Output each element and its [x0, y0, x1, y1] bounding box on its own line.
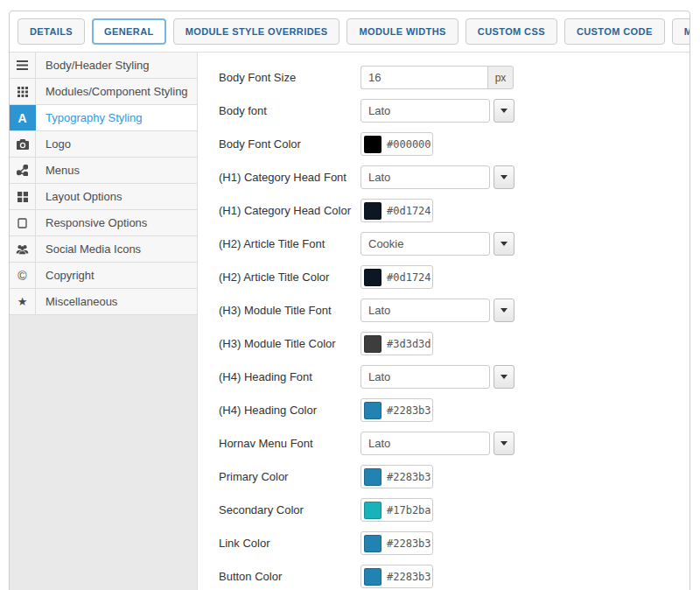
font-select[interactable]: Lato [360, 165, 490, 189]
color-picker-field[interactable]: #3d3d3d [360, 332, 433, 355]
chevron-down-icon [500, 242, 508, 246]
letter-a-icon: A [10, 105, 36, 130]
tab-label: MODULE WIDTHS [359, 26, 445, 37]
color-picker-field[interactable]: #2283b3 [360, 531, 433, 555]
color-swatch [364, 269, 382, 286]
sidebar-item-copyright[interactable]: © Copyright [10, 263, 197, 289]
color-swatch [364, 502, 382, 519]
color-picker-field[interactable]: #2283b3 [360, 465, 433, 488]
select-group: Lato [360, 365, 514, 389]
sidebar-item-logo[interactable]: Logo [10, 131, 197, 158]
text-input[interactable] [360, 66, 487, 89]
sidebar-item-label: Responsive Options [36, 210, 147, 235]
general-tab-content: Body/Header Styling Modules/Component St… [10, 52, 690, 590]
color-swatch [364, 136, 382, 153]
form-label: Body Font Color [219, 137, 360, 151]
sidebar-item-label: Logo [36, 131, 71, 157]
hex-value: #000000 [387, 138, 431, 151]
tab-menu-assignment[interactable]: MENU ASSIGNMENT [672, 18, 690, 45]
color-picker-field[interactable]: #0d1724 [360, 265, 433, 289]
settings-sidebar: Body/Header Styling Modules/Component St… [10, 53, 198, 590]
select-group: Lato [360, 165, 514, 189]
form-label: Primary Color [219, 470, 360, 483]
font-select[interactable]: Cookie [360, 232, 490, 256]
select-group: Cookie [360, 232, 514, 256]
sidebar-item-responsive-options[interactable]: Responsive Options [10, 210, 197, 236]
tab-general[interactable]: GENERAL [92, 18, 166, 45]
tab-custom-code[interactable]: CUSTOM CODE [564, 18, 665, 45]
form-label: (H4) Heading Font [219, 370, 360, 383]
th-large-icon [10, 184, 36, 209]
tab-module-style-overrides[interactable]: MODULE STYLE OVERRIDES [173, 18, 340, 45]
sidebar-item-typography-styling[interactable]: A Typography Styling [10, 105, 197, 131]
sidebar-item-social-media-icons[interactable]: Social Media Icons [10, 236, 197, 263]
color-picker-field[interactable]: #2283b3 [360, 565, 433, 588]
sidebar-item-label: Layout Options [36, 184, 122, 209]
form-label: (H1) Category Head Font [219, 171, 360, 184]
form-row-h4-heading-color: (H4) Heading Color #2283b3 [219, 398, 690, 422]
hex-value: #0d1724 [387, 205, 431, 217]
hex-value: #0d1724 [387, 271, 431, 284]
tab-custom-css[interactable]: CUSTOM CSS [466, 18, 557, 45]
form-row-h3-module-title-color: (H3) Module Title Color #3d3d3d [219, 332, 690, 355]
tab-module-widths[interactable]: MODULE WIDTHS [346, 18, 458, 45]
color-picker-field[interactable]: #2283b3 [360, 398, 433, 422]
form-label: (H3) Module Title Font [219, 304, 360, 317]
square-outline-icon [10, 210, 36, 235]
sidebar-item-body-header-styling[interactable]: Body/Header Styling [10, 53, 197, 79]
font-select[interactable]: Lato [360, 99, 490, 123]
select-open-button[interactable] [494, 299, 514, 322]
sidebar-item-modules-component-styling[interactable]: Modules/Component Styling [10, 79, 197, 105]
sidebar-item-label: Social Media Icons [36, 236, 141, 262]
sidebar-item-miscellaneous[interactable]: ★ Miscellaneous [10, 289, 197, 315]
select-open-button[interactable] [494, 232, 514, 256]
hex-value: #17b2ba [387, 504, 431, 516]
sidebar-item-label: Miscellaneous [36, 289, 117, 314]
form-row-button-color: Button Color #2283b3 [219, 565, 690, 588]
form-label: Link Color [219, 537, 360, 550]
template-settings-panel: DETAILSGENERALMODULE STYLE OVERRIDESMODU… [9, 11, 690, 590]
select-open-button[interactable] [494, 99, 514, 123]
form-label: Hornav Menu Font [219, 437, 360, 450]
sidebar-item-label: Copyright [36, 263, 94, 288]
color-picker-field[interactable]: #000000 [360, 132, 433, 156]
form-row-hornav-menu-font: Hornav Menu Font Lato [219, 432, 690, 455]
unit-addon: px [487, 66, 514, 89]
tab-label: CUSTOM CODE [577, 26, 653, 37]
sidebar-item-layout-options[interactable]: Layout Options [10, 184, 197, 210]
form-row-h2-article-title-color: (H2) Article Title Color #0d1724 [219, 265, 690, 289]
select-group: Lato [360, 432, 514, 455]
color-picker-field[interactable]: #17b2ba [360, 498, 433, 522]
tab-details[interactable]: DETAILS [18, 18, 85, 45]
form-row-body-font-size: Body Font Size px [219, 66, 690, 89]
font-select[interactable]: Lato [360, 365, 490, 389]
font-select[interactable]: Lato [360, 432, 490, 455]
form-label: (H4) Heading Color [219, 404, 360, 417]
hex-value: #2283b3 [387, 571, 431, 583]
color-swatch [364, 568, 382, 586]
sidebar-item-menus[interactable]: Menus [10, 158, 197, 184]
select-open-button[interactable] [494, 365, 514, 389]
chevron-down-icon [500, 375, 508, 379]
form-row-h3-module-title-font: (H3) Module Title Font Lato [219, 299, 690, 322]
select-group: Lato [360, 299, 514, 322]
sidebar-item-label: Body/Header Styling [36, 53, 150, 78]
chevron-down-icon [500, 175, 508, 179]
select-open-button[interactable] [494, 165, 514, 189]
top-tab-bar: DETAILSGENERALMODULE STYLE OVERRIDESMODU… [10, 11, 690, 52]
select-open-button[interactable] [494, 432, 514, 455]
form-label: (H2) Article Title Color [219, 270, 360, 284]
form-label: Body Font Size [219, 71, 360, 84]
hex-value: #2283b3 [387, 404, 431, 417]
typography-form: Body Font Size px Body font Lato Body Fo… [198, 53, 690, 590]
tab-label: DETAILS [30, 26, 73, 37]
font-select[interactable]: Lato [360, 299, 490, 322]
form-label: (H1) Category Head Color [219, 204, 360, 217]
form-row-h1-category-head-font: (H1) Category Head Font Lato [219, 165, 690, 189]
tab-label: CUSTOM CSS [478, 26, 545, 37]
color-picker-field[interactable]: #0d1724 [360, 199, 433, 222]
sidebar-item-label: Modules/Component Styling [36, 79, 188, 104]
color-swatch [364, 335, 382, 353]
bars-icon [10, 53, 36, 78]
form-row-link-color: Link Color #2283b3 [219, 531, 690, 555]
